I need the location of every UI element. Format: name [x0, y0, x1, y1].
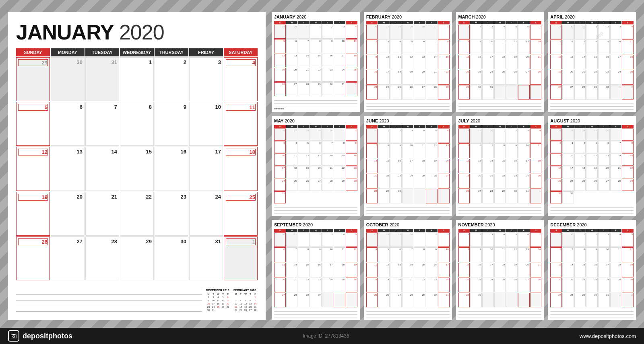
depositphotos-logo: depositphotos — [8, 330, 72, 342]
bottom-bar: depositphotos Image ID: 277813436 www.de… — [0, 328, 644, 344]
table-row: 8 — [120, 102, 154, 146]
small-cal-august: AUGUST 2020 SMTWTFS 26 27 28 29 30 31 1 … — [548, 116, 636, 216]
table-row: 20 — [51, 192, 85, 236]
table-row: 1 — [120, 57, 154, 101]
table-row: 2 — [155, 57, 188, 101]
large-calendar: JANUARY 2020 SUNDAY MONDAY TUESDAY WEDNE… — [8, 12, 266, 320]
image-id-value: 277813436 — [325, 333, 349, 339]
header-sunday: SUNDAY — [16, 48, 50, 56]
table-row: 30 — [155, 236, 188, 280]
large-day-headers: SUNDAY MONDAY TUESDAY WEDNESDAY THURSDAY… — [16, 48, 258, 56]
table-row: 17 — [189, 147, 223, 191]
svg-rect-0 — [11, 335, 17, 338]
table-row: 22 — [120, 192, 154, 236]
table-row: 29 — [120, 236, 154, 280]
table-row: 30 — [51, 57, 85, 101]
table-row: 24 — [189, 192, 223, 236]
website-link: www.depositphotos.com — [580, 333, 636, 339]
mini-cal-feb2020: FEBRUARY 2020 M T W T F 1 34567 10111213… — [233, 289, 258, 312]
small-cal-march: MARCH 2020 SMTWTFS 1 2 3 4 5 6 7 8 9 10 … — [456, 12, 544, 112]
small-cal-title-march: MARCH 2020 — [458, 15, 542, 19]
small-calendars-grid: JANUARY 2020 S M T W T F S 29 30 31 1 2 … — [272, 12, 636, 320]
table-row: 29 — [16, 57, 50, 101]
small-cal-title-december: DECEMBER 2020 — [550, 222, 634, 227]
notes-lines — [16, 284, 202, 312]
table-row: 4 — [224, 57, 258, 101]
small-cal-title-april: APRIL 2020 — [550, 15, 634, 19]
table-row: 18 — [224, 147, 258, 191]
table-row: 3 — [189, 57, 223, 101]
small-cal-june: JUNE 2020 SMTWTFS 31 1 2 3 4 5 6 7 8 9 1… — [364, 116, 452, 216]
small-grid-january: 29 30 31 1 2 3 4 5 6 7 8 9 10 11 12 13 1… — [274, 25, 357, 96]
mini-calendars-footer: DECEMBER 2019 M T W T F 23456 910111213 … — [206, 289, 258, 312]
svg-point-1 — [13, 336, 15, 338]
small-cal-october: OCTOBER 2020 SMTWTFS 27 28 29 30 1 2 3 4… — [364, 220, 452, 320]
table-row: 1 — [224, 236, 258, 280]
large-calendar-footer: DECEMBER 2019 M T W T F 23456 910111213 … — [16, 284, 258, 312]
table-row: 10 — [189, 102, 223, 146]
table-row: 11 — [224, 102, 258, 146]
table-row: 26 — [16, 236, 50, 280]
large-calendar-title: JANUARY 2020 — [16, 20, 258, 44]
table-row: 14 — [85, 147, 119, 191]
small-cal-title-january: JANUARY 2020 — [274, 15, 357, 19]
header-monday: MONDAY — [51, 48, 85, 56]
table-row: 13 — [51, 147, 85, 191]
small-cal-december: DECEMBER 2020 SMTWTFS 29 30 1 2 3 4 5 6 … — [548, 220, 636, 320]
mini-cal-dec2019: DECEMBER 2019 M T W T F 23456 910111213 … — [206, 289, 230, 312]
large-calendar-grid: 29 30 31 1 2 3 4 5 6 7 8 9 10 11 12 13 1… — [16, 57, 258, 280]
small-cal-title-october: OCTOBER 2020 — [366, 222, 450, 227]
small-cal-title-november: NOVEMBER 2020 — [458, 222, 542, 227]
table-row: 19 — [16, 192, 50, 236]
header-wednesday: WEDNESDAY — [120, 48, 154, 56]
svg-rect-2 — [12, 334, 15, 335]
small-cal-title-may: MAY 2020 — [274, 118, 357, 123]
table-row: 7 — [85, 102, 119, 146]
small-cal-april: APRIL 2020 SMTWTFS 29 30 31 1 2 3 4 5 6 … — [548, 12, 636, 112]
table-row: 21 — [85, 192, 119, 236]
camera-icon — [8, 330, 19, 342]
brand-name: depositphotos — [23, 332, 72, 340]
small-cal-september: SEPTEMBER 2020 SMTWTFS 30 31 1 2 3 4 5 6… — [272, 220, 360, 320]
table-row: 28 — [85, 236, 119, 280]
small-cal-title-july: JULY 2020 — [458, 118, 542, 123]
small-cal-title-september: SEPTEMBER 2020 — [274, 222, 357, 227]
table-row: 23 — [155, 192, 188, 236]
table-row: 5 — [16, 102, 50, 146]
main-content: JANUARY 2020 SUNDAY MONDAY TUESDAY WEDNE… — [0, 0, 644, 328]
header-thursday: THURSDAY — [155, 48, 188, 56]
small-cal-title-june: JUNE 2020 — [366, 118, 450, 123]
small-cal-may: MAY 2020 SMTWTFS 26 27 28 29 30 1 2 3 4 … — [272, 116, 360, 216]
table-row: 27 — [51, 236, 85, 280]
table-row: 9 — [155, 102, 188, 146]
table-row: 6 — [51, 102, 85, 146]
small-cal-november: NOVEMBER 2020 SMTWTFS 1 2 3 4 5 6 7 8 9 … — [456, 220, 544, 320]
small-cal-january: JANUARY 2020 S M T W T F S 29 30 31 1 2 … — [272, 12, 360, 112]
table-row: 15 — [120, 147, 154, 191]
small-cal-july: JULY 2020 SMTWTFS 28 29 30 1 2 3 4 5 6 7… — [456, 116, 544, 216]
header-tuesday: TUESDAY — [85, 48, 119, 56]
header-friday: FRIDAY — [189, 48, 223, 56]
table-row: 31 — [85, 57, 119, 101]
small-cal-title-august: AUGUST 2020 — [550, 118, 634, 123]
table-row: 16 — [155, 147, 188, 191]
image-id-label: Image ID: — [303, 333, 324, 339]
table-row: 25 — [224, 192, 258, 236]
table-row: 12 — [16, 147, 50, 191]
small-cal-february: FEBRUARY 2020 SMTWTFS 26 27 28 29 30 31 … — [364, 12, 452, 112]
header-saturday: SATURDAY — [224, 48, 258, 56]
table-row: 31 — [189, 236, 223, 280]
small-cal-title-february: FEBRUARY 2020 — [366, 15, 450, 19]
image-id-section: Image ID: 277813436 — [303, 333, 349, 339]
